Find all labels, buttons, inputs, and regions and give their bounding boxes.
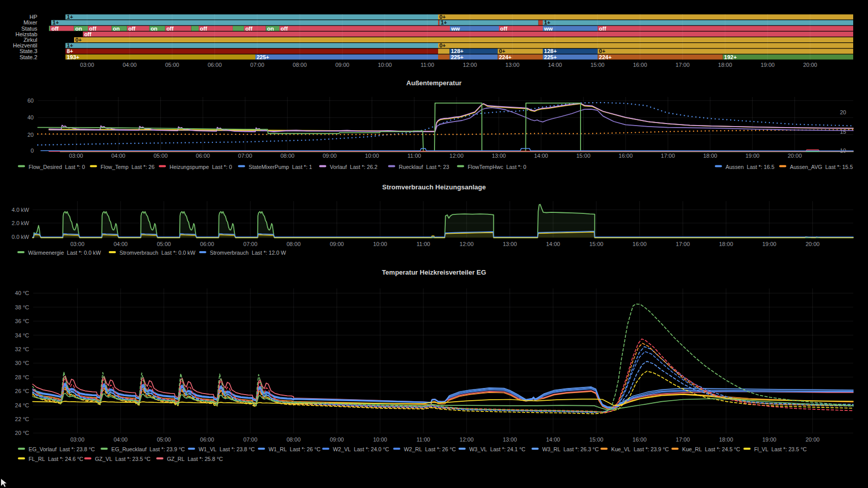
svg-text:Wärmeenergie Last *: 0.0 kW: Wärmeenergie Last *: 0.0 kW [28, 250, 101, 256]
svg-text:20: 20 [28, 132, 34, 138]
svg-text:1+: 1+ [544, 19, 551, 26]
svg-text:Stromverbrauch Last *: 0.0 kW: Stromverbrauch Last *: 0.0 kW [119, 250, 196, 256]
svg-text:Aussen Last *: 16.5: Aussen Last *: 16.5 [726, 164, 775, 170]
svg-text:04:00: 04:00 [113, 436, 128, 443]
svg-text:0+: 0+ [76, 37, 82, 43]
svg-text:ww: ww [544, 26, 553, 32]
svg-text:11:00: 11:00 [407, 153, 421, 159]
svg-text:off: off [128, 26, 135, 32]
svg-text:0+: 0+ [599, 48, 606, 54]
svg-text:W2_RL Last *: 26 °C: W2_RL Last *: 26 °C [404, 446, 456, 452]
svg-text:15:00: 15:00 [590, 62, 605, 68]
svg-text:Vorlauf Last *: 26.2: Vorlauf Last *: 26.2 [330, 164, 377, 170]
svg-text:20:00: 20:00 [806, 436, 820, 443]
svg-text:GZ_RL Last *: 25.8 °C: GZ_RL Last *: 25.8 °C [167, 456, 223, 462]
svg-text:0+: 0+ [440, 42, 446, 48]
svg-text:Stromverbrauch Last *: 12.0 W: Stromverbrauch Last *: 12.0 W [210, 250, 286, 256]
svg-text:Kue_VL Last *: 23.9 °C: Kue_VL Last *: 23.9 °C [611, 446, 669, 452]
svg-text:17:00: 17:00 [661, 153, 675, 159]
svg-text:12:00: 12:00 [460, 436, 474, 443]
svg-text:off: off [166, 26, 174, 32]
svg-text:off: off [281, 26, 288, 32]
svg-text:08:00: 08:00 [293, 62, 307, 68]
svg-text:13:00: 13:00 [492, 153, 506, 159]
svg-text:193+: 193+ [67, 54, 80, 60]
svg-text:60: 60 [28, 97, 34, 104]
svg-text:07:00: 07:00 [250, 62, 264, 68]
svg-text:18:00: 18:00 [703, 153, 717, 159]
svg-text:0+: 0+ [499, 48, 505, 54]
svg-text:FL_RL Last *: 24.6 °C: FL_RL Last *: 24.6 °C [29, 456, 83, 462]
svg-text:17:00: 17:00 [676, 436, 690, 443]
svg-text:32 °C: 32 °C [15, 346, 29, 352]
svg-text:0.0 kW: 0.0 kW [12, 234, 30, 240]
svg-text:off: off [52, 26, 59, 32]
svg-text:13:00: 13:00 [503, 241, 517, 247]
svg-text:off: off [599, 26, 606, 32]
svg-text:128+: 128+ [451, 48, 464, 54]
svg-text:30 °C: 30 °C [15, 360, 29, 366]
svg-text:11:00: 11:00 [417, 241, 430, 247]
svg-text:16:00: 16:00 [633, 241, 647, 247]
svg-text:15:00: 15:00 [576, 153, 591, 159]
svg-text:FlowTempHwc Last *: 0: FlowTempHwc Last *: 0 [468, 164, 526, 170]
svg-text:10:00: 10:00 [373, 436, 388, 443]
svg-text:0+: 0+ [440, 14, 446, 20]
svg-text:11:00: 11:00 [417, 436, 430, 443]
svg-text:17:00: 17:00 [676, 62, 690, 68]
svg-text:W3_VL Last *: 24.1 °C: W3_VL Last *: 24.1 °C [469, 446, 525, 452]
svg-text:09:00: 09:00 [323, 153, 337, 159]
svg-text:07:00: 07:00 [244, 241, 258, 247]
svg-text:11:00: 11:00 [421, 62, 435, 68]
svg-text:06:00: 06:00 [200, 241, 214, 247]
svg-text:4.0 kW: 4.0 kW [12, 207, 30, 213]
svg-text:ww: ww [451, 26, 461, 32]
svg-text:19:00: 19:00 [762, 436, 777, 443]
svg-text:15:00: 15:00 [589, 241, 604, 247]
svg-text:20: 20 [840, 109, 846, 115]
svg-text:225+: 225+ [257, 54, 270, 60]
svg-text:W1_RL Last *: 26 °C: W1_RL Last *: 26 °C [269, 446, 321, 452]
svg-text:Außentemperatur: Außentemperatur [406, 79, 462, 87]
svg-text:13:00: 13:00 [505, 62, 520, 68]
svg-text:1+: 1+ [441, 19, 447, 26]
svg-text:2.0 kW: 2.0 kW [12, 220, 30, 226]
svg-text:Zirkul: Zirkul [23, 37, 37, 43]
svg-text:Heizstab: Heizstab [15, 31, 37, 37]
svg-text:224+: 224+ [599, 54, 612, 60]
svg-text:05:00: 05:00 [165, 62, 179, 68]
svg-text:Heizungspumpe Last *: 0: Heizungspumpe Last *: 0 [170, 164, 232, 170]
svg-text:36 °C: 36 °C [15, 318, 29, 324]
svg-text:off: off [200, 26, 207, 32]
svg-text:Status: Status [21, 26, 38, 32]
svg-text:Kue_RL Last *: 24.5 °C: Kue_RL Last *: 24.5 °C [682, 446, 740, 452]
svg-text:08:00: 08:00 [286, 241, 301, 247]
svg-text:16:00: 16:00 [619, 153, 633, 159]
svg-text:20:00: 20:00 [788, 153, 802, 159]
svg-text:19:00: 19:00 [761, 62, 775, 68]
svg-text:18:00: 18:00 [719, 241, 733, 247]
svg-text:State.3: State.3 [19, 48, 37, 54]
svg-text:1+: 1+ [53, 19, 59, 26]
svg-text:off: off [245, 26, 252, 32]
svg-text:24 °C: 24 °C [15, 402, 29, 408]
svg-text:20:00: 20:00 [803, 62, 817, 68]
svg-text:17:00: 17:00 [676, 241, 690, 247]
svg-text:on: on [151, 26, 158, 32]
svg-text:08:00: 08:00 [280, 153, 295, 159]
svg-text:09:00: 09:00 [335, 62, 350, 68]
svg-text:09:00: 09:00 [330, 436, 344, 443]
svg-text:Mixer: Mixer [23, 19, 37, 26]
svg-text:15:00: 15:00 [589, 436, 604, 443]
svg-text:16:00: 16:00 [633, 62, 647, 68]
svg-text:State.2: State.2 [19, 54, 37, 60]
svg-text:off: off [84, 31, 91, 37]
svg-text:Temperatur Heizkreisverteiler: Temperatur Heizkreisverteiler EG [382, 269, 486, 276]
svg-text:03:00: 03:00 [80, 62, 94, 68]
svg-text:19:00: 19:00 [745, 153, 760, 159]
svg-text:04:00: 04:00 [123, 62, 137, 68]
svg-text:off: off [500, 26, 508, 32]
svg-text:HP: HP [30, 14, 37, 20]
svg-text:18:00: 18:00 [718, 62, 732, 68]
svg-text:225+: 225+ [451, 54, 464, 60]
